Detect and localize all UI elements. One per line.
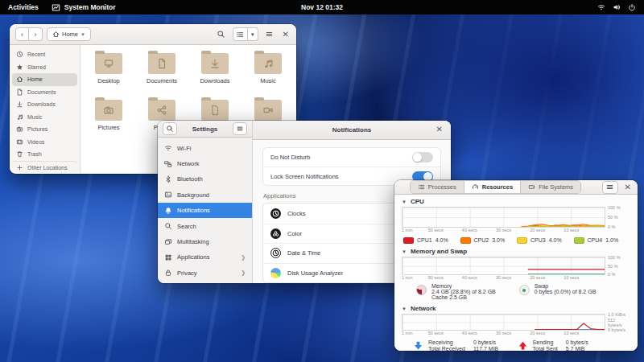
sidebar-item-recent[interactable]: Recent	[12, 48, 77, 61]
system-monitor-close-button[interactable]: ✕	[623, 183, 633, 191]
network-icon	[597, 3, 605, 11]
focused-app-name: System Monitor	[64, 3, 116, 11]
datetime-app-icon	[270, 248, 281, 258]
settings-sidebar: Settings Wi-Fi Network Bluetooth Backgro…	[158, 121, 253, 283]
view-toggle-button[interactable]	[233, 27, 248, 41]
cpu-legend: CPU14.0% CPU23.0% CPU34.0% CPU41.0%	[402, 234, 630, 246]
settings-nav-background[interactable]: Background	[158, 187, 252, 203]
folder-icon	[254, 100, 282, 121]
sidebar-item-home[interactable]: Home	[12, 73, 77, 86]
network-y-axis: 1.0 KiB/s512 bytes/s0 bytes/s	[605, 314, 630, 331]
search-button[interactable]	[214, 27, 229, 41]
folder-pictures[interactable]: Pictures	[82, 97, 135, 143]
desktop-icon	[103, 58, 114, 69]
system-monitor-app-icon	[52, 3, 60, 12]
cpu1-legend-item[interactable]: CPU14.0%	[403, 237, 460, 244]
sidebar-item-other-locations[interactable]: Other Locations	[12, 161, 77, 174]
folder-icon	[148, 100, 175, 121]
do-not-disturb-row[interactable]: Do Not Disturb	[263, 148, 440, 167]
disclosure-icon: ▼	[402, 306, 407, 311]
settings-nav-notifications[interactable]: Notifications	[158, 203, 252, 218]
folder-icon	[148, 53, 175, 74]
template-icon	[209, 105, 221, 116]
sidebar-item-trash[interactable]: Trash	[12, 148, 77, 161]
do-not-disturb-toggle[interactable]	[412, 152, 433, 162]
disclosure-icon: ▼	[402, 200, 407, 204]
music-note-icon	[262, 58, 274, 69]
settings-close-button[interactable]: ✕	[435, 125, 444, 134]
settings-nav-privacy[interactable]: Privacy❯	[158, 265, 252, 281]
receiving-legend-item[interactable]: Receiving0 bytes/s Total Received117.7 M…	[413, 339, 518, 351]
network-icon	[164, 160, 172, 168]
folder-desktop[interactable]: Desktop	[82, 50, 135, 97]
tab-file-systems[interactable]: File Systems	[520, 181, 580, 193]
plus-icon	[16, 164, 23, 171]
settings-menu-button[interactable]	[233, 122, 247, 135]
folder-downloads[interactable]: Downloads	[188, 50, 242, 97]
focused-app-menu[interactable]: System Monitor	[52, 3, 116, 12]
system-status-area[interactable]	[597, 3, 636, 11]
settings-nav-search[interactable]: Search	[158, 218, 252, 233]
memory-section-header[interactable]: ▼ Memory and Swap	[402, 246, 630, 257]
system-monitor-headerbar: Processes Resources File Systems ✕	[394, 180, 638, 195]
settings-nav-multitasking[interactable]: Multitasking	[158, 234, 252, 249]
disk-usage-app-icon	[270, 268, 281, 278]
search-icon	[217, 30, 225, 39]
settings-search-button[interactable]	[163, 122, 177, 135]
sidebar-item-starred[interactable]: Starred	[12, 61, 77, 74]
memory-legend-item[interactable]: Memory2.4 GB (28.8%) of 8.2 GBCache 2.5 …	[416, 283, 519, 300]
clock-button[interactable]: Nov 12 01:32	[301, 3, 343, 11]
settings-panel-header: Notifications ✕	[253, 121, 451, 140]
folder-icon	[201, 100, 229, 121]
cpu3-legend-item[interactable]: CPU34.0%	[517, 237, 574, 244]
network-legend: Receiving0 bytes/s Total Received117.7 M…	[402, 337, 630, 351]
cpu-section-header[interactable]: ▼ CPU	[402, 196, 630, 207]
settings-sidebar-header: Settings	[158, 121, 252, 138]
path-button[interactable]: Home ▼	[47, 27, 91, 41]
forward-button[interactable]: ›	[29, 27, 43, 41]
hamburger-icon	[605, 183, 614, 191]
view-options-button[interactable]: ▼	[248, 27, 258, 41]
settings-nav-bluetooth[interactable]: Bluetooth	[158, 171, 252, 187]
windows-icon	[164, 238, 172, 246]
sidebar-item-videos[interactable]: Videos	[12, 136, 77, 149]
activities-button[interactable]: Activities	[8, 3, 39, 11]
clocks-app-icon	[270, 208, 281, 219]
network-section-header[interactable]: ▼ Network	[402, 303, 630, 314]
settings-nav-wifi[interactable]: Wi-Fi	[158, 140, 252, 155]
sidebar-item-pictures[interactable]: Pictures	[12, 123, 77, 136]
folder-documents[interactable]: Documents	[135, 50, 188, 97]
cpu4-legend-item[interactable]: CPU41.0%	[574, 237, 631, 244]
cpu2-legend-item[interactable]: CPU23.0%	[460, 237, 518, 244]
hamburger-icon	[236, 125, 244, 133]
sidebar-item-downloads[interactable]: Downloads	[12, 98, 77, 111]
sidebar-item-music[interactable]: Music	[12, 111, 77, 124]
settings-nav-applications[interactable]: Applications❯	[158, 249, 252, 265]
trash-icon	[16, 150, 23, 158]
settings-title: Settings	[192, 125, 218, 133]
settings-nav-network[interactable]: Network	[158, 156, 252, 171]
folder-music[interactable]: Music	[242, 50, 295, 97]
tab-resources[interactable]: Resources	[464, 181, 520, 193]
wifi-icon	[164, 144, 172, 152]
sending-legend-item[interactable]: Sending0 bytes/s Total Sent5.7 MiB	[518, 339, 622, 351]
memory-y-axis: 100 %50 %0 %	[605, 257, 630, 275]
view-switcher: Processes Resources File Systems	[410, 180, 581, 194]
back-button[interactable]: ‹	[15, 27, 29, 41]
home-icon	[52, 31, 60, 38]
files-menu-button[interactable]	[262, 27, 277, 41]
files-close-button[interactable]: ✕	[281, 31, 291, 39]
clock-icon	[16, 51, 23, 58]
document-icon	[16, 88, 23, 96]
tab-processes[interactable]: Processes	[411, 181, 464, 193]
download-icon	[209, 58, 221, 69]
system-monitor-menu-button[interactable]	[602, 181, 618, 194]
folder-icon	[95, 53, 122, 74]
bell-icon	[164, 207, 172, 215]
cpu-y-axis: 100 %50 %0 %	[605, 207, 630, 228]
document-icon	[156, 58, 167, 69]
image-icon	[164, 191, 172, 199]
swap-legend-item[interactable]: Swap0 bytes (0.0%) of 8.2 GB	[519, 283, 622, 295]
sidebar-item-documents[interactable]: Documents	[12, 86, 77, 99]
grid-icon	[164, 253, 172, 261]
